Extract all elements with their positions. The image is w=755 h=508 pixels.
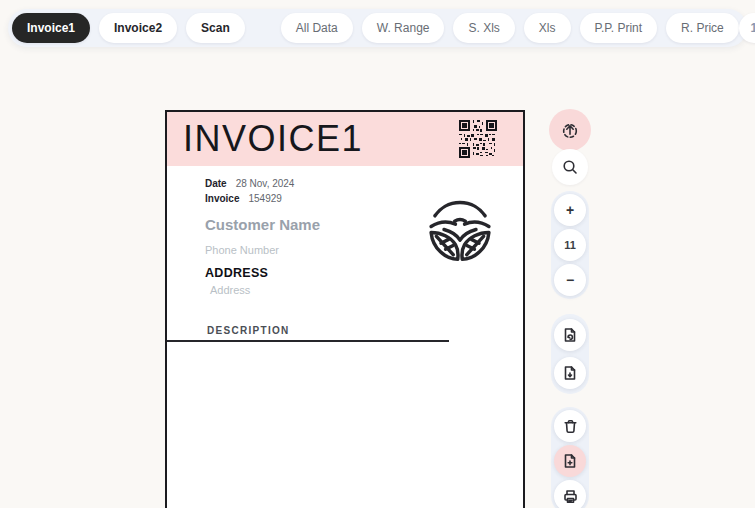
printer-icon	[562, 488, 579, 505]
file-refresh-button[interactable]	[554, 319, 586, 351]
invoice-title: INVOICE1	[183, 121, 363, 157]
date-label: Date	[205, 178, 227, 189]
invoice-number-label: Invoice	[205, 193, 239, 204]
page-count-badge: 1	[739, 13, 755, 43]
app-screen: Invoice1 Invoice2 Scan All Data W. Range…	[0, 0, 755, 508]
invoice-number-value: 154929	[248, 193, 281, 204]
file-tools	[551, 314, 589, 394]
table-header-divider	[167, 340, 449, 342]
recenter-icon	[560, 120, 580, 140]
qr-code	[459, 120, 497, 158]
print-button[interactable]	[554, 480, 586, 508]
zoom-out-button[interactable]: −	[554, 264, 586, 296]
invoice-header-band: INVOICE1	[167, 112, 523, 166]
document-actions	[551, 407, 589, 508]
zoom-level-button[interactable]: 11	[554, 229, 586, 261]
search-icon	[561, 158, 579, 176]
r-price-button[interactable]: R. Price	[666, 13, 739, 43]
description-column-header: DESCRIPTION	[207, 325, 290, 336]
leaf-logo-icon	[422, 190, 498, 266]
address-field[interactable]: Address	[210, 284, 523, 296]
all-data-button[interactable]: All Data	[281, 13, 353, 43]
file-export-button[interactable]	[554, 357, 586, 389]
search-button[interactable]	[552, 149, 588, 185]
right-toolbar: + 11 −	[548, 0, 592, 508]
toolbar-right: 1	[739, 12, 755, 44]
zoom-controls: + 11 −	[551, 191, 589, 299]
file-plus-icon	[562, 453, 578, 469]
file-refresh-icon	[562, 327, 578, 343]
trash-icon	[562, 418, 579, 435]
address-label: ADDRESS	[205, 266, 523, 280]
new-file-button[interactable]	[554, 445, 586, 477]
date-row: Date 28 Nov, 2024	[205, 178, 523, 189]
toolbar: Invoice1 Invoice2 Scan All Data W. Range…	[8, 9, 747, 47]
tab-invoice1[interactable]: Invoice1	[12, 13, 90, 43]
zoom-in-button[interactable]: +	[554, 194, 586, 226]
w-range-button[interactable]: W. Range	[362, 13, 445, 43]
recenter-button[interactable]	[549, 109, 591, 151]
file-export-icon	[562, 365, 578, 381]
date-value: 28 Nov, 2024	[236, 178, 295, 189]
tab-invoice2[interactable]: Invoice2	[99, 13, 177, 43]
delete-button[interactable]	[554, 410, 586, 442]
s-xls-button[interactable]: S. Xls	[453, 13, 514, 43]
tab-scan[interactable]: Scan	[186, 13, 245, 43]
invoice-page: INVOICE1	[165, 110, 525, 508]
